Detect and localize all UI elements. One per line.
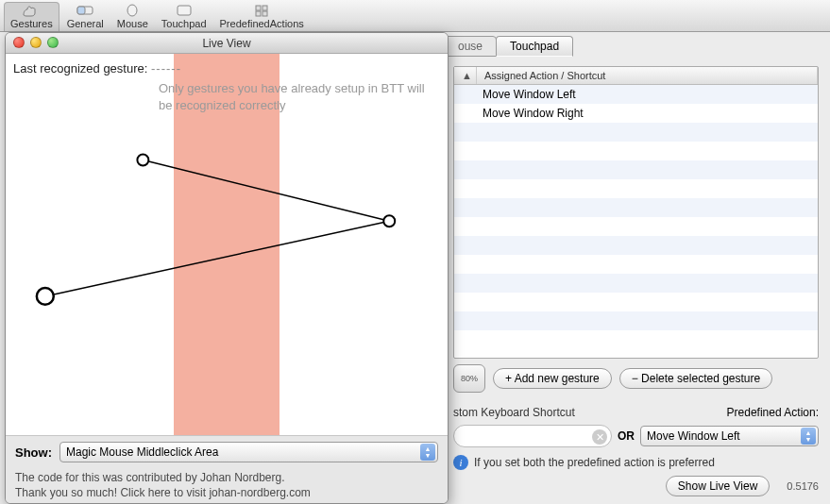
toolbar-item-general[interactable]: General bbox=[61, 3, 110, 31]
svg-rect-3 bbox=[178, 6, 191, 15]
table-row[interactable]: Move Window Right bbox=[454, 104, 818, 123]
toolbar-item-mouse[interactable]: Mouse bbox=[111, 3, 154, 31]
actions-table: ▲ Assigned Action / Shortcut Move Window… bbox=[453, 66, 819, 359]
gesture-path bbox=[6, 54, 448, 435]
show-mode-value: Magic Mouse Middleclick Area bbox=[66, 445, 218, 459]
column-header-action[interactable]: Assigned Action / Shortcut bbox=[477, 67, 818, 84]
svg-point-9 bbox=[383, 215, 395, 227]
credit-link[interactable]: Thank you so much! Click here to visit j… bbox=[15, 485, 438, 500]
show-live-view-button[interactable]: Show Live View bbox=[666, 476, 771, 496]
svg-point-10 bbox=[37, 288, 54, 305]
table-row[interactable] bbox=[454, 123, 818, 142]
keyboard-shortcut-input[interactable]: ✕ bbox=[453, 425, 612, 447]
toolbar-label: General bbox=[67, 18, 104, 29]
version-label: 0.5176 bbox=[787, 480, 819, 492]
svg-rect-5 bbox=[263, 6, 267, 10]
or-label: OR bbox=[618, 429, 635, 443]
svg-rect-1 bbox=[77, 7, 85, 14]
tab-mouse[interactable]: ouse bbox=[444, 36, 497, 57]
predefined-action-label: Predefined Action: bbox=[727, 406, 819, 419]
info-icon: i bbox=[453, 455, 468, 470]
table-row[interactable] bbox=[454, 217, 818, 236]
svg-rect-4 bbox=[256, 6, 261, 10]
table-row[interactable] bbox=[454, 311, 818, 330]
toolbar-item-predefined[interactable]: PredefinedActions bbox=[214, 3, 310, 31]
add-gesture-button[interactable]: + Add new gesture bbox=[493, 368, 612, 389]
sort-indicator[interactable]: ▲ bbox=[454, 67, 477, 84]
cell-action: Move Window Right bbox=[477, 107, 818, 120]
toolbar-label: Mouse bbox=[117, 18, 148, 29]
table-row[interactable] bbox=[454, 198, 818, 217]
live-view-window: Live View Last recognized gesture: -----… bbox=[5, 32, 449, 504]
table-row[interactable] bbox=[454, 160, 818, 179]
main-toolbar: Gestures General Mouse Touchpad Predefin… bbox=[0, 0, 830, 32]
keyboard-shortcut-label: stom Keyboard Shortcut bbox=[453, 406, 575, 419]
close-icon[interactable] bbox=[13, 37, 25, 48]
show-label: Show: bbox=[15, 445, 52, 460]
tab-touchpad[interactable]: Touchpad bbox=[496, 36, 573, 57]
info-text: If you set both the predefined action is… bbox=[474, 456, 715, 469]
table-row[interactable] bbox=[454, 293, 818, 311]
table-row[interactable] bbox=[454, 255, 818, 274]
table-row[interactable] bbox=[454, 330, 818, 349]
toolbar-label: Touchpad bbox=[161, 18, 207, 29]
show-mode-select[interactable]: Magic Mouse Middleclick Area ▲▼ bbox=[59, 442, 438, 462]
cell-action: Move Window Left bbox=[477, 88, 818, 101]
gestures-icon bbox=[21, 3, 42, 18]
mouse-icon bbox=[122, 3, 143, 18]
predefined-icon bbox=[251, 3, 272, 18]
table-row[interactable] bbox=[454, 274, 818, 293]
svg-point-2 bbox=[127, 5, 137, 16]
toolbar-label: Gestures bbox=[10, 18, 53, 29]
svg-point-8 bbox=[137, 155, 148, 166]
clear-shortcut-button[interactable]: ✕ bbox=[592, 429, 607, 445]
table-row[interactable]: Move Window Left bbox=[454, 85, 818, 104]
gesture-canvas[interactable]: Last recognized gesture: ------ Only ges… bbox=[6, 54, 448, 435]
live-view-title: Live View bbox=[202, 37, 250, 50]
predefined-action-select[interactable]: Move Window Left ▲▼ bbox=[640, 426, 819, 446]
select-arrows-icon: ▲▼ bbox=[420, 444, 435, 461]
select-arrows-icon: ▲▼ bbox=[801, 428, 816, 445]
switch-icon bbox=[75, 3, 95, 18]
svg-rect-6 bbox=[256, 11, 261, 16]
live-view-titlebar[interactable]: Live View bbox=[6, 33, 448, 54]
table-body: Move Window Left Move Window Right bbox=[454, 85, 818, 349]
delete-gesture-button[interactable]: − Delete selected gesture bbox=[619, 368, 772, 389]
credit-text: The code for this was contributed by Joh… bbox=[15, 470, 438, 500]
touchpad-icon bbox=[174, 3, 195, 18]
table-row[interactable] bbox=[454, 142, 818, 160]
toolbar-label: PredefinedActions bbox=[220, 18, 304, 29]
trackpad-preview-icon: 80% bbox=[453, 364, 485, 393]
predefined-action-value: Move Window Left bbox=[647, 429, 740, 443]
toolbar-item-gestures[interactable]: Gestures bbox=[4, 2, 59, 31]
zoom-icon[interactable] bbox=[47, 37, 59, 48]
table-header: ▲ Assigned Action / Shortcut bbox=[454, 67, 818, 85]
toolbar-item-touchpad[interactable]: Touchpad bbox=[156, 3, 212, 31]
svg-rect-7 bbox=[263, 11, 267, 16]
table-row[interactable] bbox=[454, 179, 818, 198]
table-row[interactable] bbox=[454, 236, 818, 255]
minimize-icon[interactable] bbox=[30, 37, 42, 48]
